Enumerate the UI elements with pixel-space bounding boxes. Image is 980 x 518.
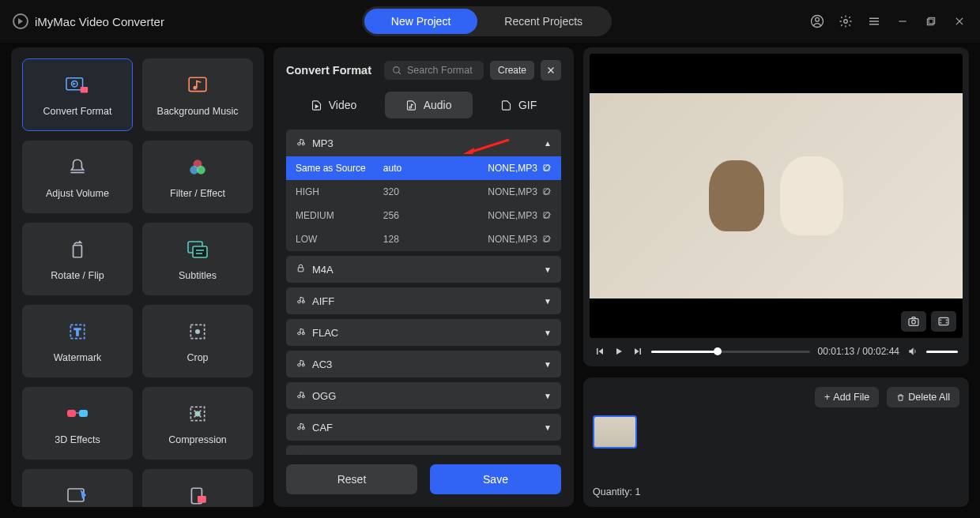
tool-card-id3[interactable]: ID3 (22, 469, 133, 507)
preset-codec: NONE,MP3 (488, 210, 537, 221)
delete-all-button[interactable]: Delete All (887, 387, 959, 407)
minimize-icon[interactable] (895, 13, 910, 29)
edit-icon[interactable] (542, 211, 552, 220)
close-icon[interactable] (952, 13, 967, 29)
svg-rect-7 (929, 17, 935, 24)
tab-gif[interactable]: GIF (480, 92, 557, 118)
preset-quality: LOW (296, 234, 383, 245)
video-frame-content (590, 93, 963, 298)
add-file-button[interactable]: +Add File (815, 387, 879, 407)
search-format-input[interactable]: Search Format (384, 61, 484, 80)
preset-row[interactable]: HIGH 320 NONE,MP3 (286, 180, 561, 204)
play-button[interactable] (613, 347, 624, 356)
app-title: iMyMac Video Converter (35, 15, 164, 28)
prev-button[interactable] (594, 347, 605, 356)
format-accordion-mp3: MP3 ▲ Same as Source auto NONE,MP3 HIGH … (286, 130, 561, 251)
menu-icon[interactable] (866, 13, 882, 29)
tool-card-subtitles[interactable]: Subtitles (142, 223, 253, 295)
format-header[interactable]: OGG ▼ (286, 382, 561, 409)
svg-marker-68 (599, 348, 604, 355)
preset-bitrate: auto (383, 163, 450, 174)
format-list: MP3 ▲ Same as Source auto NONE,MP3 HIGH … (286, 130, 561, 455)
file-thumb[interactable] (593, 415, 637, 449)
preset-row[interactable]: Same as Source auto NONE,MP3 (286, 156, 561, 180)
volume-icon[interactable] (907, 346, 918, 357)
account-icon[interactable] (809, 13, 825, 29)
chevron-down-icon: ▼ (544, 360, 552, 369)
settings-gear-icon[interactable] (838, 13, 854, 29)
svg-point-57 (302, 364, 304, 366)
tool-card-rotate-flip[interactable]: Rotate / Flip (22, 223, 133, 295)
save-button[interactable]: Save (430, 464, 561, 494)
svg-point-2 (844, 20, 848, 24)
format-type-icon (296, 452, 306, 455)
edit-icon[interactable] (542, 235, 552, 244)
new-project-tab[interactable]: New Project (364, 9, 477, 34)
svg-point-53 (302, 301, 304, 303)
format-header[interactable]: CAF ▼ (286, 414, 561, 441)
seek-bar[interactable] (651, 351, 810, 353)
convert-icon (65, 73, 90, 98)
watermark-t-icon: T (65, 319, 90, 344)
fullscreen-button[interactable] (931, 311, 956, 332)
tool-card-3d-effects[interactable]: 3D Effects (22, 387, 133, 460)
reset-button[interactable]: Reset (286, 464, 417, 494)
preset-codec: NONE,MP3 (488, 163, 537, 174)
tool-card-adjust-volume[interactable]: Adjust Volume (22, 141, 133, 213)
format-type-icon (296, 389, 306, 402)
tool-card-filter-effect[interactable]: Filter / Effect (142, 141, 253, 213)
svg-rect-30 (79, 410, 88, 417)
file-thumbnails (593, 415, 959, 480)
tool-card-crop[interactable]: Crop (142, 305, 253, 377)
video-viewport[interactable] (590, 54, 963, 338)
tab-audio[interactable]: Audio (385, 92, 473, 118)
tool-card-compression[interactable]: Compression (142, 387, 253, 460)
panel-title: Convert Format (286, 64, 371, 77)
svg-rect-20 (74, 246, 82, 257)
next-button[interactable] (632, 347, 643, 356)
format-header[interactable]: AC3 ▼ (286, 351, 561, 377)
snapshot-button[interactable] (901, 311, 926, 332)
svg-point-59 (302, 396, 304, 398)
volume-slider[interactable] (926, 351, 958, 353)
chevron-down-icon: ▼ (544, 423, 552, 432)
preset-row[interactable]: LOW 128 NONE,MP3 (286, 227, 561, 251)
create-format-button[interactable]: Create (490, 61, 534, 80)
playback-controls: 00:01:13 / 00:02:44 (590, 338, 963, 360)
svg-rect-13 (81, 87, 88, 93)
format-header[interactable]: AIFF ▼ (286, 287, 561, 314)
file-queue-panel: +Add File Delete All Quantity: 1 (583, 377, 969, 507)
svg-marker-41 (315, 104, 318, 107)
svg-point-19 (197, 166, 205, 175)
compress-icon (185, 401, 210, 426)
tool-card-screenshot[interactable]: Screenshot (142, 469, 253, 507)
format-header[interactable]: M4A ▼ (286, 256, 561, 283)
svg-rect-8 (927, 19, 933, 25)
format-header[interactable]: AU ▼ (286, 445, 561, 455)
tab-video[interactable]: Video (290, 92, 378, 118)
tool-label: Crop (187, 352, 208, 363)
preset-codec: NONE,MP3 (488, 234, 537, 245)
maximize-icon[interactable] (923, 13, 939, 29)
tool-card-watermark[interactable]: T Watermark (22, 305, 133, 377)
music-note-icon (185, 73, 210, 98)
preset-quality: Same as Source (296, 163, 383, 174)
format-type-icon (296, 358, 306, 370)
format-accordion-ogg: OGG ▼ (286, 382, 561, 409)
close-panel-button[interactable] (541, 60, 561, 81)
tool-card-background-music[interactable]: Background Music (142, 58, 253, 131)
format-name: AIFF (312, 295, 334, 307)
edit-icon[interactable] (542, 187, 552, 197)
format-type-icon (296, 263, 306, 276)
rotate-icon (65, 237, 90, 262)
format-header[interactable]: FLAC ▼ (286, 319, 561, 346)
edit-icon[interactable] (542, 163, 552, 173)
tool-card-convert-format[interactable]: Convert Format (22, 58, 133, 131)
format-type-tabs: Video Audio GIF (286, 92, 561, 118)
format-header[interactable]: MP3 ▲ (286, 130, 561, 156)
format-accordion-au: AU ▼ (286, 445, 561, 455)
preset-row[interactable]: MEDIUM 256 NONE,MP3 (286, 204, 561, 227)
subtitle-icon (185, 237, 210, 262)
format-type-icon (296, 326, 306, 339)
recent-projects-tab[interactable]: Recent Projects (477, 9, 609, 34)
